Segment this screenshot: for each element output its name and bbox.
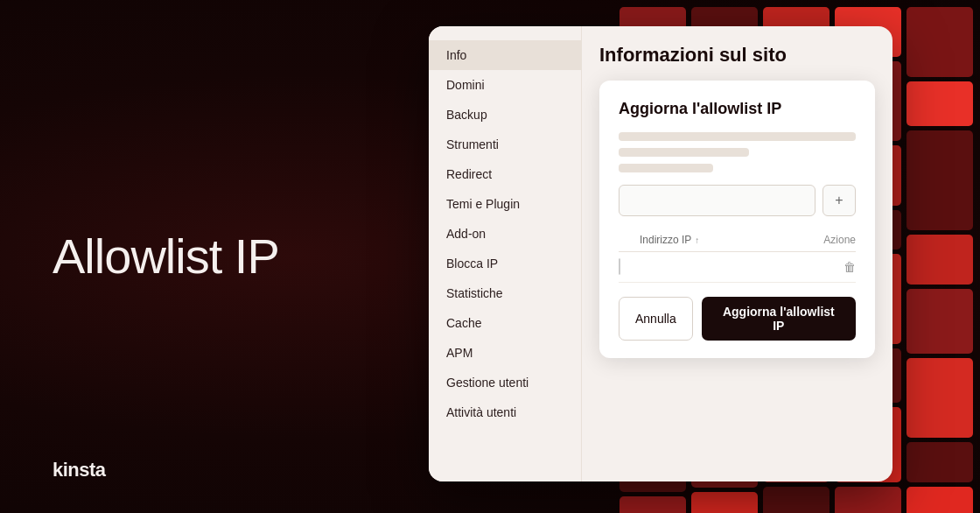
logo: kinsta — [52, 459, 106, 481]
sidebar-item-statistiche[interactable]: Statistiche — [429, 278, 581, 308]
main-panel: Info Domini Backup Strumenti Redirect Te… — [429, 26, 892, 481]
content-area: Informazioni sul sito Aggiorna l'allowli… — [582, 26, 892, 481]
confirm-button[interactable]: Aggiorna l'allowlist IP — [702, 297, 856, 341]
sidebar: Info Domini Backup Strumenti Redirect Te… — [429, 26, 582, 481]
modal-card: Aggiorna l'allowlist IP + Indirizzo IP ↑… — [599, 81, 875, 358]
sidebar-item-attivita-utenti[interactable]: Attività utenti — [429, 397, 581, 427]
skeleton-line-3 — [619, 164, 713, 172]
sidebar-item-temi-plugin[interactable]: Temi e Plugin — [429, 189, 581, 219]
skeleton-line-1 — [619, 132, 856, 141]
ip-input[interactable] — [619, 185, 816, 216]
header-ip: Indirizzo IP ↑ — [640, 234, 812, 246]
input-row: + — [619, 185, 856, 216]
add-ip-button[interactable]: + — [822, 185, 856, 216]
sidebar-item-domini[interactable]: Domini — [429, 70, 581, 100]
sidebar-item-backup[interactable]: Backup — [429, 100, 581, 130]
header-action: Azione — [812, 234, 856, 246]
table-header: Indirizzo IP ↑ Azione — [619, 228, 856, 252]
sidebar-item-info[interactable]: Info — [429, 40, 581, 70]
left-content: Allowlist IP — [52, 229, 279, 284]
table-row: 🗑 — [619, 252, 856, 283]
sidebar-item-blocca-ip[interactable]: Blocca IP — [429, 249, 581, 278]
cancel-button[interactable]: Annulla — [619, 297, 693, 341]
page-title: Allowlist IP — [52, 229, 279, 284]
sidebar-item-redirect[interactable]: Redirect — [429, 159, 581, 189]
sort-icon[interactable]: ↑ — [695, 235, 699, 245]
content-title: Informazioni sul sito — [599, 44, 875, 67]
sidebar-item-apm[interactable]: APM — [429, 338, 581, 368]
modal-footer: Annulla Aggiorna l'allowlist IP — [619, 297, 856, 341]
delete-icon[interactable]: 🗑 — [844, 260, 856, 274]
row-checkbox[interactable] — [619, 258, 620, 275]
sidebar-item-gestione-utenti[interactable]: Gestione utenti — [429, 368, 581, 397]
sidebar-item-cache[interactable]: Cache — [429, 308, 581, 338]
sidebar-item-strumenti[interactable]: Strumenti — [429, 130, 581, 159]
skeleton-line-2 — [619, 148, 749, 157]
sidebar-item-addon[interactable]: Add-on — [429, 219, 581, 249]
modal-title: Aggiorna l'allowlist IP — [619, 100, 856, 118]
